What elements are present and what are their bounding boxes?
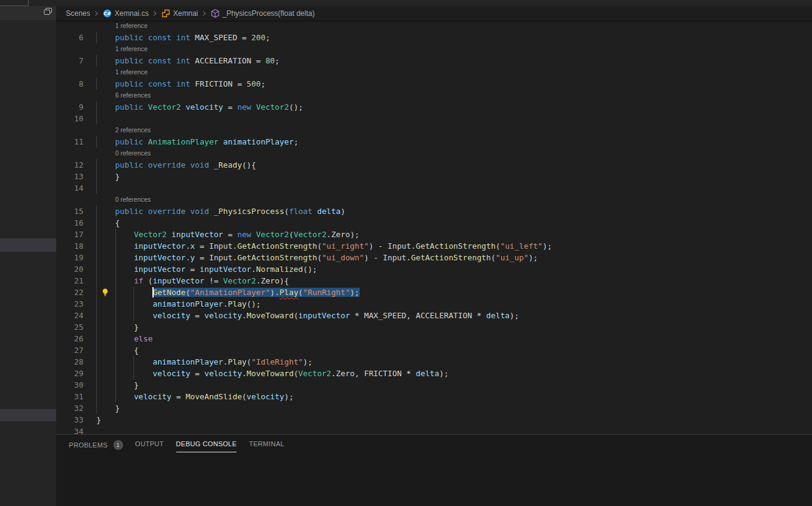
codelens-references-link[interactable]: 0 references bbox=[115, 148, 151, 159]
line-number[interactable]: 20 bbox=[56, 263, 84, 275]
line-number[interactable]: 8 bbox=[56, 78, 84, 90]
line-number[interactable]: 12 bbox=[56, 159, 84, 171]
sidebar-row-highlight[interactable] bbox=[0, 409, 56, 421]
line-number[interactable]: 21 bbox=[56, 275, 84, 287]
line-number[interactable]: 11 bbox=[56, 136, 84, 148]
code-row[interactable]: 20 inputVector = inputVector.Normalized(… bbox=[56, 263, 812, 275]
code-row[interactable]: 13 } bbox=[56, 171, 812, 182]
code-line[interactable]: velocity = velocity.MoveToward(inputVect… bbox=[96, 310, 519, 321]
panel-tab-output[interactable]: OUTPUT bbox=[135, 435, 164, 452]
lightbulb-icon[interactable] bbox=[101, 288, 110, 297]
code-row[interactable]: 23 animationPlayer.Play(); bbox=[56, 298, 812, 310]
line-number[interactable]: 34 bbox=[56, 426, 84, 434]
line-number[interactable]: 24 bbox=[56, 310, 84, 321]
panel-tab-debug-console[interactable]: DEBUG CONSOLE bbox=[176, 435, 237, 452]
code-editor[interactable]: 1 reference6 public const int MAX_SPEED … bbox=[56, 20, 812, 434]
line-number[interactable]: 10 bbox=[56, 113, 84, 124]
debug-console-content[interactable] bbox=[56, 455, 812, 506]
code-row[interactable]: 27 { bbox=[56, 344, 812, 356]
code-line[interactable]: public override void _Ready(){ bbox=[96, 159, 256, 171]
code-line[interactable]: inputVector.y = Input.GetActionStrength(… bbox=[96, 252, 538, 263]
code-row[interactable]: 22 GetNode("AnimationPlayer").Play("RunR… bbox=[56, 287, 812, 298]
breadcrumb-item[interactable]: Xemnai bbox=[161, 9, 198, 18]
code-line[interactable]: public override void _PhysicsProcess(flo… bbox=[96, 205, 345, 217]
line-number[interactable]: 7 bbox=[56, 55, 84, 66]
code-line[interactable]: inputVector = inputVector.Normalized(); bbox=[96, 263, 317, 275]
line-number[interactable]: 17 bbox=[56, 229, 84, 240]
line-number[interactable]: 31 bbox=[56, 391, 84, 402]
codelens-row[interactable]: 1 reference bbox=[56, 20, 812, 32]
code-line[interactable]: velocity = velocity.MoveToward(Vector2.Z… bbox=[96, 368, 449, 379]
code-line[interactable]: animationPlayer.Play("IdleRight"); bbox=[96, 356, 312, 368]
codelens-row[interactable]: 6 references bbox=[56, 90, 812, 101]
code-row[interactable]: 8 public const int FRICTION = 500; bbox=[56, 78, 812, 90]
code-line[interactable]: { bbox=[96, 217, 120, 229]
code-line[interactable]: if (inputVector != Vector2.Zero){ bbox=[96, 275, 289, 287]
code-row[interactable]: 10 bbox=[56, 113, 812, 124]
code-line[interactable]: public const int ACCELERATION = 80; bbox=[96, 55, 280, 66]
line-number[interactable]: 25 bbox=[56, 321, 84, 333]
code-row[interactable]: 7 public const int ACCELERATION = 80; bbox=[56, 55, 812, 66]
codelens-references-link[interactable]: 1 reference bbox=[115, 43, 148, 54]
code-line[interactable]: } bbox=[96, 414, 101, 426]
codelens-references-link[interactable]: 1 reference bbox=[115, 20, 148, 31]
line-number[interactable]: 27 bbox=[56, 344, 84, 356]
code-row[interactable]: 19 inputVector.y = Input.GetActionStreng… bbox=[56, 252, 812, 263]
line-number[interactable]: 30 bbox=[56, 379, 84, 391]
code-row[interactable]: 15 public override void _PhysicsProcess(… bbox=[56, 205, 812, 217]
line-number[interactable]: 9 bbox=[56, 101, 84, 113]
code-row[interactable]: 14 bbox=[56, 182, 812, 194]
line-number[interactable]: 33 bbox=[56, 414, 84, 426]
code-row[interactable]: 25 } bbox=[56, 321, 812, 333]
sidebar-row-highlight[interactable] bbox=[0, 238, 56, 252]
codelens-references-link[interactable]: 0 references bbox=[115, 194, 151, 205]
panel-tab-problems[interactable]: PROBLEMS1 bbox=[69, 435, 123, 455]
code-row[interactable]: 30 } bbox=[56, 379, 812, 391]
code-line[interactable]: animationPlayer.Play(); bbox=[96, 298, 261, 310]
code-row[interactable]: 12 public override void _Ready(){ bbox=[56, 159, 812, 171]
code-line[interactable]: public AnimationPlayer animationPlayer; bbox=[96, 136, 298, 148]
line-number[interactable]: 32 bbox=[56, 402, 84, 414]
code-row[interactable]: 28 animationPlayer.Play("IdleRight"); bbox=[56, 356, 812, 368]
codelens-references-link[interactable]: 2 references bbox=[115, 124, 151, 135]
code-row[interactable]: 9 public Vector2 velocity = new Vector2(… bbox=[56, 101, 812, 113]
code-row[interactable]: 33} bbox=[56, 414, 812, 426]
codelens-row[interactable]: 0 references bbox=[56, 148, 812, 159]
line-number[interactable]: 23 bbox=[56, 298, 84, 310]
breadcrumb-item[interactable]: Scenes bbox=[66, 9, 90, 18]
code-line[interactable]: inputVector.x = Input.GetActionStrength(… bbox=[96, 240, 552, 252]
panel-tab-terminal[interactable]: TERMINAL bbox=[249, 435, 284, 452]
code-line[interactable]: } bbox=[96, 379, 138, 391]
code-line[interactable]: velocity = MoveAndSlide(velocity); bbox=[96, 391, 294, 402]
line-number[interactable]: 14 bbox=[56, 182, 84, 194]
code-row[interactable]: 24 velocity = velocity.MoveToward(inputV… bbox=[56, 310, 812, 321]
code-line[interactable]: } bbox=[96, 321, 138, 333]
code-line[interactable]: public const int FRICTION = 500; bbox=[96, 78, 265, 90]
line-number[interactable]: 13 bbox=[56, 171, 84, 182]
breadcrumb-item[interactable]: C#Xemnai.cs bbox=[102, 9, 149, 18]
code-line[interactable]: { bbox=[96, 344, 138, 356]
code-row[interactable]: 21 if (inputVector != Vector2.Zero){ bbox=[56, 275, 812, 287]
editor-layout-icon[interactable] bbox=[43, 7, 52, 19]
code-line[interactable]: public Vector2 velocity = new Vector2(); bbox=[96, 101, 303, 113]
code-line[interactable]: } bbox=[96, 171, 120, 182]
code-row[interactable]: 29 velocity = velocity.MoveToward(Vector… bbox=[56, 368, 812, 379]
code-line[interactable]: GetNode("AnimationPlayer").Play("RunRigh… bbox=[96, 287, 360, 298]
code-line[interactable]: Vector2 inputVector = new Vector2(Vector… bbox=[96, 229, 360, 240]
line-number[interactable]: 19 bbox=[56, 252, 84, 263]
line-number[interactable]: 29 bbox=[56, 368, 84, 379]
line-number[interactable]: 18 bbox=[56, 240, 84, 252]
line-number[interactable]: 6 bbox=[56, 32, 84, 43]
codelens-row[interactable]: 0 references bbox=[56, 194, 812, 205]
code-row[interactable]: 11 public AnimationPlayer animationPlaye… bbox=[56, 136, 812, 148]
line-number[interactable]: 28 bbox=[56, 356, 84, 368]
code-row[interactable]: 26 else bbox=[56, 333, 812, 344]
line-number[interactable]: 16 bbox=[56, 217, 84, 229]
code-line[interactable]: public const int MAX_SPEED = 200; bbox=[96, 32, 270, 43]
code-row[interactable]: 31 velocity = MoveAndSlide(velocity); bbox=[56, 391, 812, 402]
code-row[interactable]: 6 public const int MAX_SPEED = 200; bbox=[56, 32, 812, 43]
line-number[interactable]: 26 bbox=[56, 333, 84, 344]
code-row[interactable]: 34 bbox=[56, 426, 812, 434]
code-line[interactable]: } bbox=[96, 402, 120, 414]
line-number[interactable]: 22 bbox=[56, 287, 84, 298]
